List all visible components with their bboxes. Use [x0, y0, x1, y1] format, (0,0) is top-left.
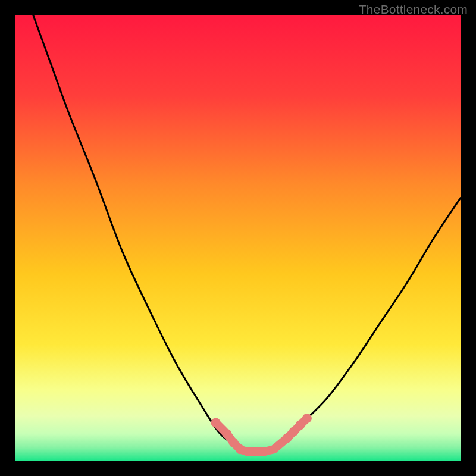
marker-dot	[222, 429, 231, 439]
gradient-background	[15, 15, 461, 461]
marker-dot	[302, 414, 312, 423]
marker-dot	[211, 418, 221, 427]
chart-frame: TheBottleneck.com	[0, 0, 476, 476]
bottleneck-plot	[15, 15, 461, 461]
marker-dot	[236, 444, 245, 454]
plot-svg	[15, 15, 461, 461]
watermark-text: TheBottleneck.com	[359, 2, 468, 17]
